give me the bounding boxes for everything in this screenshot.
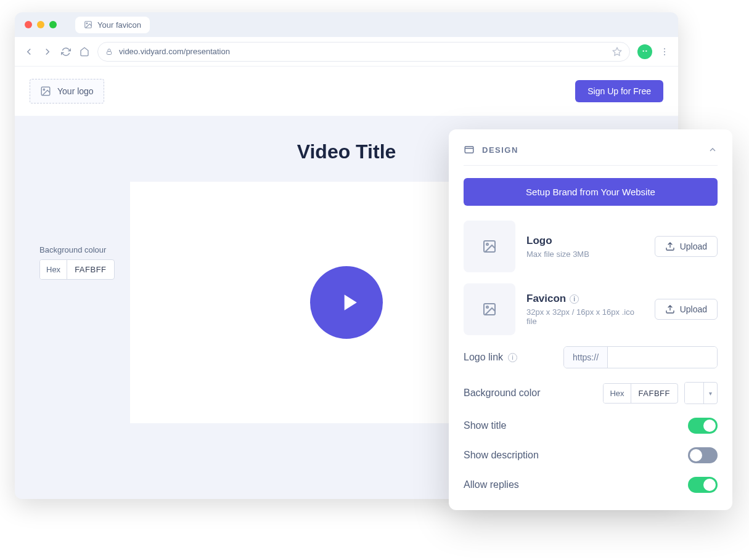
logo-sub: Max file size 3MB (526, 250, 644, 259)
chevron-down-icon[interactable]: ▾ (703, 383, 717, 404)
show-title-label: Show title (464, 420, 506, 431)
logo-link-input[interactable] (608, 347, 718, 368)
color-swatch-picker[interactable]: ▾ (684, 382, 718, 404)
logo-thumb (464, 221, 515, 272)
image-icon (40, 86, 51, 97)
svg-point-1 (86, 23, 88, 24)
bg-colour-tool: Background colour Hex FAFBFF (39, 245, 115, 280)
traffic-lights (25, 21, 57, 28)
browser-menu-icon[interactable] (660, 47, 669, 57)
panel-title: DESIGN (482, 145, 518, 155)
signup-button[interactable]: Sign Up for Free (575, 80, 663, 102)
url-text: video.vidyard.com/presentation (119, 47, 230, 56)
bg-colour-label: Background colour (39, 245, 115, 254)
back-button[interactable] (23, 46, 35, 57)
home-button[interactable] (79, 46, 90, 57)
bg-color-row: Background color Hex FAFBFF ▾ (464, 382, 718, 404)
allow-replies-row: Allow replies (464, 477, 718, 493)
minimize-icon[interactable] (37, 21, 44, 28)
favicon-thumb (464, 283, 515, 335)
play-button[interactable] (310, 266, 383, 339)
allow-replies-label: Allow replies (464, 479, 519, 490)
logo-link-row: Logo link i https:// (464, 346, 718, 368)
close-icon[interactable] (25, 21, 32, 28)
logo-placeholder[interactable]: Your logo (30, 79, 104, 103)
svg-rect-10 (465, 147, 473, 153)
image-icon (482, 239, 497, 254)
svg-rect-2 (107, 51, 112, 54)
lock-icon (105, 48, 113, 55)
window-icon (464, 144, 475, 155)
hex-value: FAFBFF (67, 260, 113, 279)
logo-upload-button[interactable]: Upload (655, 236, 718, 257)
browser-toolbar: video.vidyard.com/presentation (15, 37, 678, 67)
logo-upload-row: Logo Max file size 3MB Upload (464, 221, 718, 272)
browser-tab[interactable]: Your favicon (75, 17, 150, 33)
logo-link-label: Logo link (464, 352, 503, 363)
show-description-toggle[interactable] (688, 447, 718, 463)
maximize-icon[interactable] (49, 21, 57, 28)
design-panel-header[interactable]: DESIGN (464, 144, 718, 166)
play-icon (335, 289, 362, 316)
show-title-row: Show title (464, 418, 718, 434)
upload-icon (665, 241, 675, 251)
info-icon[interactable]: i (508, 353, 517, 362)
logo-link-input-group: https:// (563, 346, 718, 368)
hex-prefix-label: Hex (40, 260, 67, 279)
svg-point-4 (645, 50, 647, 51)
upload-label: Upload (680, 304, 707, 314)
svg-point-5 (664, 48, 665, 49)
show-title-toggle[interactable] (688, 418, 718, 434)
hex-value: FAFBFF (631, 384, 677, 403)
svg-point-7 (664, 54, 665, 55)
reload-button[interactable] (60, 46, 72, 57)
url-bar[interactable]: video.vidyard.com/presentation (97, 42, 630, 62)
favicon-icon (84, 20, 92, 29)
hex-input-group[interactable]: Hex FAFBFF (39, 259, 115, 280)
profile-avatar[interactable] (637, 44, 652, 59)
hex-input-group[interactable]: Hex FAFBFF (603, 383, 678, 404)
svg-point-15 (486, 306, 488, 308)
page-header: Your logo Sign Up for Free (15, 67, 678, 116)
design-panel: DESIGN Setup Brand from Your Website Log… (449, 129, 732, 510)
favicon-title: Favicon (526, 293, 566, 305)
logo-link-prefix: https:// (564, 347, 608, 368)
allow-replies-toggle[interactable] (688, 477, 718, 493)
logo-title: Logo (526, 235, 552, 247)
bg-color-label: Background color (464, 388, 541, 399)
browser-tab-strip: Your favicon (15, 12, 678, 37)
upload-icon (665, 304, 675, 314)
video-title: Video Title (297, 140, 396, 163)
svg-point-9 (43, 89, 44, 90)
show-description-row: Show description (464, 447, 718, 463)
upload-label: Upload (680, 241, 707, 251)
chevron-up-icon[interactable] (708, 145, 718, 155)
svg-point-6 (664, 51, 665, 52)
forward-button[interactable] (42, 46, 53, 57)
logo-placeholder-label: Your logo (57, 86, 94, 96)
color-swatch (685, 383, 703, 404)
info-icon[interactable]: i (570, 294, 579, 304)
svg-point-3 (643, 50, 644, 51)
favicon-upload-row: Favicon i 32px x 32px / 16px x 16px .ico… (464, 283, 718, 335)
show-description-label: Show description (464, 450, 539, 461)
favicon-sub: 32px x 32px / 16px x 16px .ico file (526, 307, 644, 326)
image-icon (482, 302, 497, 317)
svg-point-13 (486, 243, 488, 245)
setup-brand-button[interactable]: Setup Brand from Your Website (464, 178, 718, 206)
favicon-upload-button[interactable]: Upload (655, 299, 718, 320)
hex-prefix-label: Hex (604, 384, 631, 403)
bookmark-icon[interactable] (612, 47, 622, 57)
tab-title: Your favicon (97, 20, 141, 30)
